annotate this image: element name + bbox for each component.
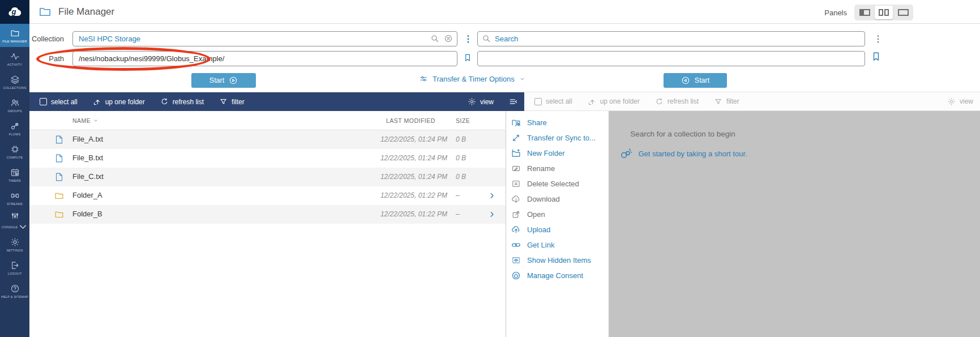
app-header: File Manager Panels [29,0,980,24]
filter-icon [714,97,722,106]
file-row[interactable]: File_C.txt 12/22/2025, 01:24 PM 0 B [29,168,506,186]
logout-icon [10,261,20,270]
select-all-checkbox[interactable]: select all [40,98,78,106]
sidebar-item-label: COMPUTE [7,156,23,159]
transfer-timer-options-label: Transfer & Timer Options [433,75,515,83]
globus-logo[interactable] [0,0,29,24]
menu-item-label: New Folder [527,149,564,157]
file-modified: 12/22/2025, 01:24 PM [352,173,447,181]
sidebar-item[interactable]: COMPUTE [0,140,29,163]
chevron-right-icon[interactable] [488,210,496,219]
menu-item[interactable]: New Folder [506,146,609,161]
filter-button[interactable]: filter [219,97,245,106]
sidebar-item-label: FILE MANAGER [2,40,27,43]
panel-dual-icon [879,9,889,16]
filter-button[interactable]: filter [714,97,739,106]
bookmark-icon [463,52,472,64]
menu-item[interactable]: Upload [506,222,609,237]
sidebar-item[interactable]: GROUPS [0,93,29,117]
file-row[interactable]: File_B.txt 12/22/2025, 01:24 PM 0 B [29,149,506,168]
file-row[interactable]: File_A.txt 12/22/2025, 01:24 PM 0 B [29,130,506,149]
select-all-checkbox[interactable]: select all [534,97,572,105]
menu-item[interactable]: Transfer or Sync to... [506,130,609,146]
dest-bookmark-button[interactable] [871,49,881,64]
menu-item-label: Get Link [527,241,554,249]
folder-icon [54,209,64,220]
collapse-menu-icon [509,97,517,106]
dest-start-button[interactable]: Start [664,73,727,88]
menu-item[interactable]: Get Link [506,237,609,253]
sidebar-item[interactable]: HELP & SITEMAP [0,279,29,302]
tour-icon [618,147,634,160]
file-name: Folder_B [72,210,102,218]
chevron-down-icon [519,76,525,82]
file-size: 0 B [456,154,466,162]
collection-label: Collection [29,35,64,43]
file-modified: 12/22/2025, 01:22 PM [352,210,447,218]
view-button[interactable]: view [468,97,494,106]
file-actions-menu: Share Transfer or Sync to... New Folder … [506,111,609,337]
menu-item[interactable]: Share [506,115,609,130]
sidebar-item[interactable]: STREAMS [0,186,29,210]
dest-toolbar: select all up one folder refresh list fi… [524,92,980,111]
menu-item[interactable]: Show Hidden Items [506,253,609,268]
play-circle-icon [229,76,238,85]
panel-mode-single-button[interactable] [894,6,912,19]
panel-mode-left-expanded-button[interactable] [855,6,874,19]
file-modified: 12/22/2025, 01:24 PM [352,135,447,143]
sidebar-item[interactable]: TIMERS [0,163,29,186]
panel-mode-dual-button[interactable] [875,6,893,19]
file-row[interactable]: Folder_A 12/22/2025, 01:22 PM – [29,186,506,205]
transfer-timer-options[interactable]: Transfer & Timer Options [419,74,525,83]
column-size[interactable]: SIZE [456,117,470,124]
menu-item[interactable]: Rename [506,161,609,176]
source-bookmark-button[interactable] [463,52,472,64]
file-size: 0 B [456,135,466,143]
file-row[interactable]: Folder_B 12/22/2025, 01:22 PM – [29,205,506,224]
clear-icon[interactable] [444,34,453,43]
file-name: Folder_A [72,191,102,199]
tour-link[interactable]: Get started by taking a short tour. [638,150,747,158]
source-path-input[interactable] [72,51,457,66]
menu-item[interactable]: Delete Selected [506,176,609,191]
sidebar-item[interactable]: CONSOLE [0,210,29,233]
view-button[interactable]: view [947,97,973,106]
menu-item[interactable]: Download [506,191,609,207]
source-start-button[interactable]: Start [191,73,256,88]
globus-file-manager-window: FILE MANAGER ACTIVITY COLLECTIONS GROUPS [0,0,980,337]
collapse-menu-button[interactable] [509,97,517,106]
console-icon [10,211,20,220]
sidebar-item-label: COLLECTIONS [3,86,26,89]
sidebar-item[interactable]: LOGOUT [0,256,29,279]
download-icon [511,194,521,204]
refresh-list-button[interactable]: refresh list [160,97,204,106]
search-icon[interactable] [430,34,439,43]
sidebar-item[interactable]: ACTIVITY [0,47,29,70]
sidebar-item[interactable]: SETTINGS [0,233,29,256]
panels-switcher: Panels [824,5,913,20]
refresh-list-button[interactable]: refresh list [655,97,699,106]
sidebar-item[interactable]: FLOWS [0,117,29,140]
source-collection-menu-button[interactable] [463,32,473,47]
sidebar-item[interactable]: FILE MANAGER [0,24,29,47]
menu-item-label: Delete Selected [527,180,579,188]
menu-item[interactable]: Manage Consent [506,268,609,283]
source-toolbar: select all up one folder refresh list fi… [29,92,524,111]
panel-single-icon [898,9,909,16]
dest-collection-search-input[interactable] [477,31,865,46]
column-name[interactable]: NAME [72,117,99,124]
file-size: – [456,210,460,218]
rename-icon [511,164,521,173]
sidebar-item[interactable]: COLLECTIONS [0,70,29,93]
menu-item-label: Share [527,118,547,127]
dest-path-input[interactable] [477,51,865,66]
up-one-folder-button[interactable]: up one folder [93,97,145,106]
source-collection-input[interactable] [72,31,457,46]
dest-collection-menu-button[interactable] [873,32,883,47]
menu-item[interactable]: Open [506,207,609,222]
menu-item-label: Open [527,210,545,219]
chevron-right-icon[interactable] [488,191,496,200]
up-one-folder-button[interactable]: up one folder [588,97,640,106]
menu-item-label: Download [527,195,560,203]
column-last-modified[interactable]: LAST MODIFIED [386,117,435,124]
